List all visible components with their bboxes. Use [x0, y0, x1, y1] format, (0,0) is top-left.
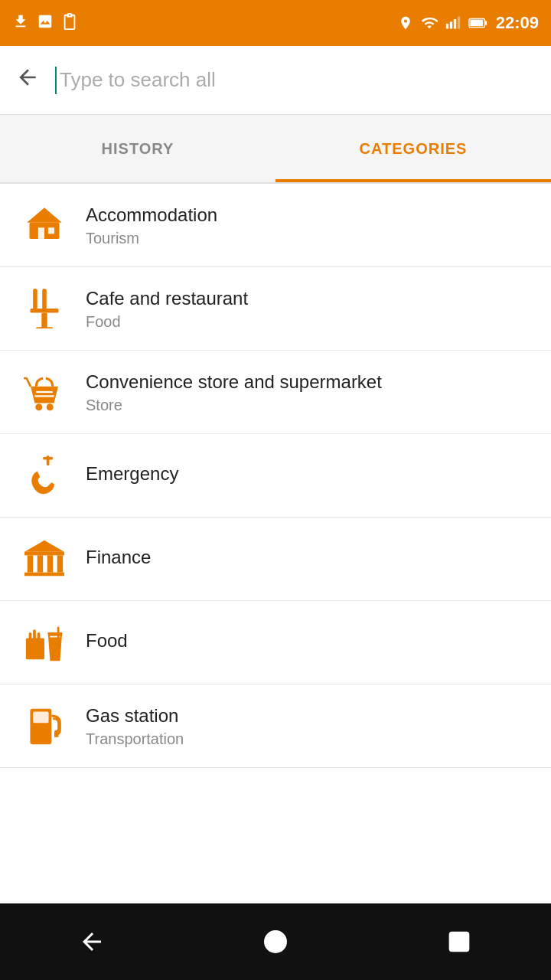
bank-icon: $	[18, 533, 70, 585]
wifi-icon	[421, 15, 438, 31]
category-text-food: Food	[86, 629, 533, 655]
image-icon	[37, 13, 54, 34]
svg-rect-25	[28, 555, 33, 572]
svg-rect-38	[33, 711, 48, 723]
list-item[interactable]: Food	[0, 601, 551, 684]
status-icons-right: 22:09	[398, 13, 539, 33]
svg-rect-21	[47, 456, 50, 466]
category-text-cafe: Cafe and restaurant Food	[86, 286, 533, 331]
svg-rect-24	[24, 573, 64, 577]
gas-pump-icon	[18, 700, 70, 752]
svg-rect-23	[24, 552, 64, 556]
list-item[interactable]: Gas station Transportation	[0, 684, 551, 768]
svg-rect-34	[48, 632, 63, 635]
search-bar: Type to search all	[0, 46, 551, 115]
svg-rect-9	[38, 227, 44, 239]
svg-rect-36	[57, 627, 60, 642]
search-placeholder: Type to search all	[60, 68, 216, 92]
svg-rect-39	[54, 731, 59, 737]
svg-rect-11	[33, 289, 37, 310]
list-item[interactable]: $ Finance	[0, 518, 551, 601]
svg-rect-33	[37, 632, 41, 639]
text-cursor	[55, 67, 57, 94]
emergency-phone-icon	[18, 449, 70, 501]
svg-rect-28	[57, 555, 63, 572]
accommodation-icon	[18, 199, 70, 251]
list-item[interactable]: Cafe and restaurant Food	[0, 267, 551, 351]
svg-rect-3	[458, 17, 460, 29]
svg-rect-10	[48, 227, 54, 234]
svg-rect-31	[29, 632, 32, 639]
svg-rect-41	[450, 933, 468, 951]
svg-marker-8	[27, 207, 62, 223]
category-text-accommodation: Accommodation Tourism	[86, 203, 533, 247]
svg-rect-13	[30, 309, 58, 313]
category-text-finance: Finance	[86, 545, 533, 572]
cafe-restaurant-icon	[18, 283, 70, 335]
svg-rect-5	[484, 21, 487, 25]
download-icon	[12, 13, 29, 34]
svg-text:$: $	[41, 540, 46, 547]
home-nav-button[interactable]	[245, 919, 306, 965]
svg-rect-26	[37, 555, 43, 572]
svg-rect-32	[33, 629, 36, 639]
svg-point-16	[35, 403, 42, 410]
signal-icon	[445, 15, 461, 31]
category-text-store: Convenience store and supermarket Store	[86, 370, 533, 414]
status-bar: 22:09	[0, 0, 551, 46]
food-drink-icon	[18, 616, 70, 668]
tab-history[interactable]: HISTORY	[0, 115, 276, 182]
search-input-wrapper[interactable]: Type to search all	[55, 46, 536, 114]
list-item[interactable]: Convenience store and supermarket Store	[0, 351, 551, 434]
svg-point-40	[266, 932, 286, 952]
status-time: 22:09	[496, 13, 539, 33]
category-text-gas: Gas station Transportation	[86, 704, 533, 748]
list-item[interactable]: Accommodation Tourism	[0, 184, 551, 267]
category-text-emergency: Emergency	[86, 462, 533, 488]
svg-rect-1	[450, 21, 452, 28]
svg-rect-27	[47, 555, 53, 572]
tab-categories[interactable]: CATEGORIES	[276, 115, 551, 182]
svg-rect-12	[42, 289, 47, 310]
back-nav-button[interactable]	[61, 919, 122, 965]
svg-rect-30	[26, 638, 44, 659]
svg-rect-6	[470, 20, 483, 26]
bag-icon	[61, 13, 78, 34]
location-icon	[398, 15, 413, 31]
list-item[interactable]: Emergency	[0, 434, 551, 518]
status-icons-left	[12, 13, 78, 34]
bottom-navigation	[0, 903, 551, 980]
category-list: Accommodation Tourism Cafe and restauran…	[0, 184, 551, 844]
svg-rect-15	[36, 327, 53, 328]
svg-rect-0	[446, 24, 448, 29]
svg-rect-14	[41, 313, 47, 328]
svg-rect-2	[454, 19, 456, 29]
battery-icon	[468, 15, 488, 31]
store-basket-icon	[18, 366, 70, 418]
back-button[interactable]	[15, 65, 40, 96]
recents-nav-button[interactable]	[429, 919, 490, 965]
svg-point-17	[47, 403, 54, 410]
tabs-bar: HISTORY CATEGORIES	[0, 115, 551, 184]
